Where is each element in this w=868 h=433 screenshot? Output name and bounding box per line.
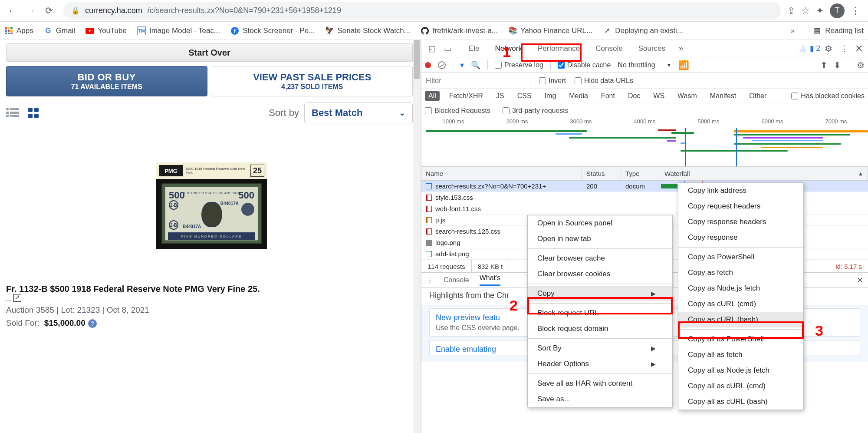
search-icon[interactable]: 🔍 [471, 60, 480, 70]
type-all[interactable]: All [425, 91, 440, 101]
menu-sort-by[interactable]: Sort By▶ [528, 340, 672, 356]
more-tabs-icon[interactable]: » [673, 41, 689, 56]
devtools-close-icon[interactable]: ✕ [855, 43, 863, 54]
type-other[interactable]: Other [746, 91, 770, 101]
type-js[interactable]: JS [493, 91, 508, 101]
col-waterfall[interactable]: Waterfall▲ [660, 167, 868, 180]
back-button[interactable]: ← [4, 3, 21, 19]
menu-copy-all-fetch[interactable]: Copy all as fetch [678, 347, 803, 363]
network-settings-icon[interactable]: ⚙ [857, 60, 865, 70]
reading-list[interactable]: ▤Reading list [813, 26, 864, 35]
download-har-icon[interactable]: ⬇ [834, 60, 841, 70]
menu-open-sources[interactable]: Open in Sources panel [528, 215, 672, 231]
type-manifest[interactable]: Manifest [707, 91, 740, 101]
tab-sources[interactable]: Sources [631, 40, 673, 57]
menu-block-domain[interactable]: Block request domain [528, 321, 672, 337]
profile-avatar[interactable]: T [830, 3, 845, 18]
bookmark-github-ark[interactable]: frefrik/ark-invest-a... [421, 26, 498, 35]
info-icon[interactable]: ? [88, 319, 97, 328]
col-status[interactable]: Status [582, 167, 621, 180]
hide-data-urls-checkbox[interactable]: Hide data URLs [575, 77, 633, 85]
menu-copy-req-headers[interactable]: Copy request headers [678, 198, 803, 214]
tab-elements[interactable]: Ele [461, 40, 487, 57]
disable-cache-checkbox[interactable]: Disable cache [558, 61, 611, 69]
bookmark-stock-screener[interactable]: fStock Screener - Pe... [230, 26, 315, 35]
device-toolbar-icon[interactable]: ▭ [440, 41, 455, 56]
tab-past-sales[interactable]: VIEW PAST SALE PRICES 4,237 SOLD ITEMS [212, 66, 413, 96]
bookmark-youtube[interactable]: YouTube [85, 26, 127, 35]
tab-bid-or-buy[interactable]: BID OR BUY 71 AVAILABLE ITEMS [6, 66, 207, 96]
has-blocked-cookies-checkbox[interactable]: Has blocked cookies [791, 92, 865, 100]
devtools-menu-icon[interactable]: ⋮ [837, 41, 852, 56]
result-card[interactable]: PMG $500 1918 Federal Reserve Note New Y… [6, 162, 417, 328]
menu-copy-all-curl-cmd[interactable]: Copy all as cURL (cmd) [678, 378, 803, 394]
drawer-close-icon[interactable]: ✕ [856, 275, 864, 285]
menu-copy-res-headers[interactable]: Copy response headers [678, 214, 803, 230]
issues-button[interactable]: ▮2 [799, 44, 820, 53]
type-fetch[interactable]: Fetch/XHR [446, 91, 487, 101]
timeline-overview[interactable]: 1000 ms2000 ms3000 ms4000 ms5000 ms6000 … [421, 118, 868, 167]
col-type[interactable]: Type [621, 167, 660, 180]
menu-save-as[interactable]: Save as... [528, 391, 672, 407]
bookmark-gmail[interactable]: GGmail [44, 26, 75, 35]
menu-copy[interactable]: Copy▶ [528, 286, 672, 301]
drawer-menu-icon[interactable]: ⋮ [427, 276, 433, 284]
inspect-element-icon[interactable]: ◰ [424, 41, 440, 56]
item-title[interactable]: Fr. 1132-B $500 1918 Federal Reserve Not… [6, 284, 417, 294]
filter-input[interactable] [421, 74, 530, 87]
clear-button[interactable] [438, 61, 446, 69]
bookmarks-overflow-icon[interactable]: » [791, 26, 795, 35]
grid-view-button[interactable] [27, 106, 40, 119]
type-media[interactable]: Media [566, 91, 592, 101]
drawer-tab-whatsnew[interactable]: What's [480, 274, 500, 286]
type-font[interactable]: Font [598, 91, 618, 101]
start-over-button[interactable]: Start Over [6, 43, 413, 62]
chrome-menu-icon[interactable]: ⋮ [851, 5, 860, 17]
tab-network[interactable]: Network [487, 40, 530, 57]
invert-checkbox[interactable]: Invert [539, 77, 566, 85]
filter-toggle-icon[interactable]: ▾ [460, 60, 464, 70]
list-view-button[interactable] [6, 106, 19, 119]
menu-header-options[interactable]: Header Options▶ [528, 356, 672, 372]
forward-button[interactable]: → [23, 3, 39, 19]
menu-copy-all-powershell[interactable]: Copy all as PowerShell [678, 331, 803, 347]
menu-copy-powershell[interactable]: Copy as PowerShell [678, 249, 803, 265]
reload-button[interactable]: ⟳ [41, 3, 57, 19]
menu-open-new-tab[interactable]: Open in new tab [528, 231, 672, 247]
menu-copy-fetch[interactable]: Copy as fetch [678, 265, 803, 281]
type-doc[interactable]: Doc [625, 91, 644, 101]
item-thumbnail[interactable]: PMG $500 1918 Federal Reserve Note New Y… [156, 162, 267, 249]
type-wasm[interactable]: Wasm [674, 91, 700, 101]
menu-copy-curl-cmd[interactable]: Copy as cURL (cmd) [678, 296, 803, 312]
upload-har-icon[interactable]: ⬆ [820, 60, 828, 70]
expand-icon[interactable] [13, 294, 21, 302]
star-icon[interactable]: ☆ [801, 5, 810, 17]
menu-block-url[interactable]: Block request URL [528, 305, 672, 321]
menu-save-har[interactable]: Save all as HAR with content [528, 376, 672, 391]
bookmark-yahoo-finance[interactable]: 📚Yahoo Finance URL... [508, 26, 592, 35]
type-css[interactable]: CSS [514, 91, 535, 101]
type-img[interactable]: Img [541, 91, 560, 101]
extensions-icon[interactable]: ✦ [816, 5, 824, 17]
bookmark-deploying[interactable]: ↗Deploying an existi... [603, 26, 683, 35]
drawer-tab-console[interactable]: Console [444, 276, 469, 284]
share-icon[interactable]: ⇪ [787, 5, 795, 17]
col-name[interactable]: Name [421, 167, 582, 180]
page-scrollbar[interactable] [413, 40, 421, 433]
menu-copy-curl-bash[interactable]: Copy as cURL (bash) [678, 312, 803, 327]
menu-copy-response[interactable]: Copy response [678, 230, 803, 245]
apps-shortcut[interactable]: Apps [4, 26, 33, 35]
throttling-select[interactable]: No throttling▼ [618, 61, 671, 69]
preserve-log-checkbox[interactable]: Preserve log [495, 61, 543, 69]
record-button[interactable] [425, 62, 431, 68]
sort-select[interactable]: Best Match ⌄ [304, 102, 413, 123]
devtools-settings-icon[interactable]: ⚙ [825, 43, 832, 54]
third-party-checkbox[interactable]: 3rd-party requests [503, 107, 569, 115]
bookmark-senate-stock[interactable]: 🦅Senate Stock Watch... [325, 26, 410, 35]
network-conditions-icon[interactable]: 📶 [678, 60, 689, 70]
bookmark-image-model[interactable]: TMImage Model - Teac... [137, 26, 220, 35]
menu-copy-link[interactable]: Copy link address [678, 183, 803, 198]
menu-copy-all-curl-bash[interactable]: Copy all as cURL (bash) [678, 394, 803, 410]
type-ws[interactable]: WS [650, 91, 668, 101]
menu-copy-nodejs-fetch[interactable]: Copy as Node.js fetch [678, 281, 803, 296]
